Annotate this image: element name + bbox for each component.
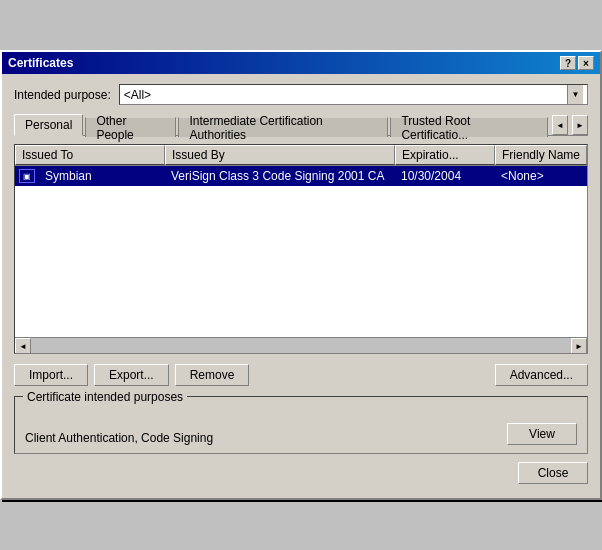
cell-issued-by: VeriSign Class 3 Code Signing 2001 CA <box>165 167 395 185</box>
cell-issued-to: ▣ Symbian <box>15 167 165 185</box>
cell-expiration: 10/30/2004 <box>395 167 495 185</box>
table-body: ▣ Symbian VeriSign Class 3 Code Signing … <box>15 166 587 337</box>
table-row[interactable]: ▣ Symbian VeriSign Class 3 Code Signing … <box>15 166 587 186</box>
import-button[interactable]: Import... <box>14 364 88 386</box>
dialog-title: Certificates <box>8 56 73 70</box>
intended-purpose-label: Intended purpose: <box>14 88 111 102</box>
dropdown-arrow-icon[interactable]: ▼ <box>567 85 583 104</box>
tabs-container: Personal Other People Intermediate Certi… <box>14 113 588 136</box>
purposes-text: Client Authentication, Code Signing <box>25 431 213 445</box>
intended-purpose-dropdown[interactable]: <All> ▼ <box>119 84 588 105</box>
tab-other-people[interactable]: Other People <box>85 117 176 137</box>
help-button[interactable]: ? <box>560 56 576 70</box>
tab-other-people-label: Other People <box>96 114 165 142</box>
dropdown-value: <All> <box>124 88 567 102</box>
tab-scroll-right[interactable]: ► <box>572 115 588 135</box>
col-header-friendly-name[interactable]: Friendly Name <box>495 145 587 165</box>
scroll-left-button[interactable]: ◄ <box>15 338 31 354</box>
purposes-content: Client Authentication, Code Signing View <box>25 405 577 445</box>
group-legend: Certificate intended purposes <box>23 390 187 404</box>
view-button[interactable]: View <box>507 423 577 445</box>
certificate-table: Issued To Issued By Expiratio... Friendl… <box>14 144 588 354</box>
close-row: Close <box>14 454 588 488</box>
tab-intermediate-label: Intermediate Certification Authorities <box>189 114 377 142</box>
tab-trusted-root-label: Trusted Root Certificatio... <box>401 114 537 142</box>
col-header-issued-by[interactable]: Issued By <box>165 145 395 165</box>
col-header-expiration[interactable]: Expiratio... <box>395 145 495 165</box>
close-title-button[interactable]: × <box>578 56 594 70</box>
remove-button[interactable]: Remove <box>175 364 250 386</box>
close-button[interactable]: Close <box>518 462 588 484</box>
col-header-issued-to[interactable]: Issued To <box>15 145 165 165</box>
tab-scroll-left[interactable]: ◄ <box>552 115 568 135</box>
tab-personal[interactable]: Personal <box>14 114 83 136</box>
tab-scroll-buttons: ◄ ► <box>550 113 588 135</box>
intended-purpose-row: Intended purpose: <All> ▼ <box>14 84 588 105</box>
dialog-content: Intended purpose: <All> ▼ Personal Other… <box>2 74 600 498</box>
title-bar: Certificates ? × <box>2 52 600 74</box>
action-buttons: Import... Export... Remove Advanced... <box>14 364 588 386</box>
tab-personal-label: Personal <box>25 118 72 132</box>
certificate-icon: ▣ <box>19 169 35 183</box>
export-button[interactable]: Export... <box>94 364 169 386</box>
cell-issued-to-text: Symbian <box>39 167 98 185</box>
horizontal-scrollbar: ◄ ► <box>15 337 587 353</box>
scroll-right-button[interactable]: ► <box>571 338 587 354</box>
cert-purposes-group: Certificate intended purposes Client Aut… <box>14 396 588 454</box>
certificates-dialog: Certificates ? × Intended purpose: <All>… <box>0 50 602 500</box>
tab-trusted-root[interactable]: Trusted Root Certificatio... <box>390 117 548 137</box>
advanced-button[interactable]: Advanced... <box>495 364 588 386</box>
table-header: Issued To Issued By Expiratio... Friendl… <box>15 145 587 166</box>
cell-friendly-name: <None> <box>495 167 550 185</box>
scroll-track[interactable] <box>31 338 571 353</box>
tab-intermediate[interactable]: Intermediate Certification Authorities <box>178 117 388 137</box>
title-bar-controls: ? × <box>560 56 594 70</box>
